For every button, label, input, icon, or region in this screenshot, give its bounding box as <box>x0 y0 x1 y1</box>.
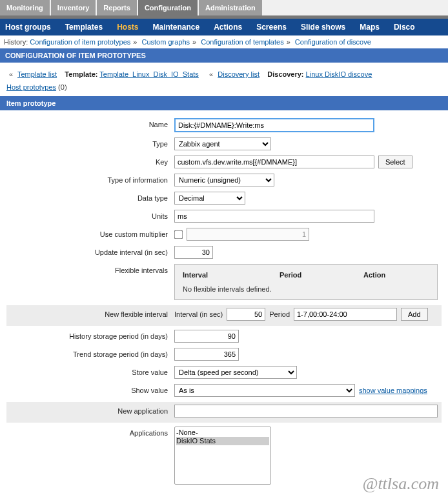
label-applications: Applications <box>6 427 174 437</box>
newflex-interval-input[interactable] <box>227 308 265 321</box>
nav-screens[interactable]: Screens <box>256 23 287 32</box>
tab-configuration[interactable]: Configuration <box>138 0 198 15</box>
nav-maps[interactable]: Maps <box>360 23 380 32</box>
history-input[interactable] <box>174 330 239 343</box>
label-key: Key <box>6 156 174 166</box>
history-bar: History: Configuration of item prototype… <box>0 35 448 48</box>
nav-maintenance[interactable]: Maintenance <box>152 23 199 32</box>
store-value-select[interactable]: Delta (speed per second) <box>174 366 297 379</box>
key-input[interactable] <box>174 156 374 168</box>
breadcrumb: « Template list Template: Template_Linux… <box>0 63 448 81</box>
label-type: Type <box>6 137 174 148</box>
tab-monitoring[interactable]: Monitoring <box>0 0 50 15</box>
tab-reports[interactable]: Reports <box>97 0 137 15</box>
history-link-3[interactable]: Configuration of templates <box>201 38 283 46</box>
flex-head-interval: Interval <box>183 271 280 279</box>
key-select-button[interactable]: Select <box>378 156 412 168</box>
newflex-period-label: Period <box>269 310 290 318</box>
label-units: Units <box>6 210 174 220</box>
section-header: Item prototype <box>0 96 448 110</box>
history-link-4[interactable]: Configuration of discove <box>295 38 371 46</box>
watermark: @ttlsa.com <box>362 474 439 493</box>
flex-head-action: Action <box>363 271 385 279</box>
label-name: Name <box>6 118 174 128</box>
app-option-diskio[interactable]: DiskIO Stats <box>176 437 269 445</box>
name-input[interactable] <box>174 118 374 132</box>
type-select[interactable]: Zabbix agent <box>174 137 271 150</box>
crumb-template-name[interactable]: Template_Linux_Disk_IO_Stats <box>99 70 198 78</box>
applications-select[interactable]: -None- DiskIO Stats <box>174 427 271 485</box>
new-application-input[interactable] <box>174 405 438 418</box>
label-new-application: New application <box>6 405 174 415</box>
type-of-info-select[interactable]: Numeric (unsigned) <box>174 174 274 186</box>
label-update-interval: Update interval (in sec) <box>6 246 174 256</box>
label-show-value: Show value <box>6 384 174 394</box>
nav-disco[interactable]: Disco <box>394 23 415 32</box>
nav-templates[interactable]: Templates <box>65 23 103 32</box>
update-interval-input[interactable] <box>174 246 213 259</box>
units-input[interactable] <box>174 210 374 223</box>
crumb-template-label: Template: <box>65 70 97 78</box>
label-multiplier: Use custom multiplier <box>6 228 174 238</box>
history-link-2[interactable]: Custom graphs <box>141 38 190 46</box>
multiplier-input <box>187 228 309 241</box>
history-link-1[interactable]: Configuration of item prototypes <box>30 38 130 46</box>
newflex-period-input[interactable] <box>294 308 397 321</box>
page-title: CONFIGURATION OF ITEM PROTOTYPES <box>0 48 448 63</box>
newflex-interval-label: Interval (in sec) <box>174 310 223 318</box>
host-prototypes-link[interactable]: Host prototypes <box>6 83 56 91</box>
nav-host-groups[interactable]: Host groups <box>5 23 51 32</box>
label-trend: Trend storage period (in days) <box>6 348 174 358</box>
label-data-type: Data type <box>6 192 174 202</box>
history-label: History: <box>4 38 28 46</box>
flex-empty-msg: No flexible intervals defined. <box>183 285 429 293</box>
flexible-intervals-box: Interval Period Action No flexible inter… <box>174 264 438 300</box>
multiplier-checkbox[interactable] <box>174 230 183 239</box>
host-prototypes-count: (0) <box>58 83 66 91</box>
nav-hosts[interactable]: Hosts <box>117 23 138 32</box>
nav-actions[interactable]: Actions <box>214 23 242 32</box>
data-type-select[interactable]: Decimal <box>174 192 245 205</box>
show-value-mappings-link[interactable]: show value mappings <box>359 387 427 394</box>
label-new-flexible-interval: New flexible interval <box>6 308 174 318</box>
label-flexible-intervals: Flexible intervals <box>6 264 174 274</box>
crumb-discovery-list[interactable]: Discovery list <box>218 70 260 78</box>
flex-head-period: Period <box>280 271 363 279</box>
label-history: History storage period (in days) <box>6 330 174 340</box>
trend-input[interactable] <box>174 348 239 361</box>
show-value-select[interactable]: As is <box>174 384 355 397</box>
tab-administration[interactable]: Administration <box>199 0 262 15</box>
tab-inventory[interactable]: Inventory <box>51 0 96 15</box>
label-toi: Type of information <box>6 174 174 184</box>
label-store-value: Store value <box>6 366 174 376</box>
crumb-discovery-name[interactable]: Linux DiskIO discove <box>306 70 372 78</box>
app-option-none[interactable]: -None- <box>176 428 269 437</box>
newflex-add-button[interactable]: Add <box>401 308 428 321</box>
crumb-discovery-label: Discovery: <box>267 70 303 78</box>
crumb-template-list[interactable]: Template list <box>17 70 57 78</box>
nav-slide-shows[interactable]: Slide shows <box>301 23 345 32</box>
